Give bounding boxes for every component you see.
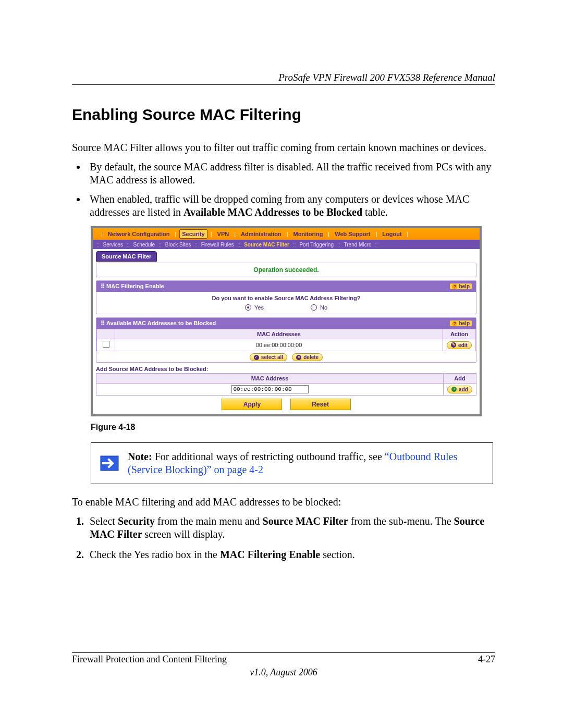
add-section-title: Add Source MAC Address to be Blocked: bbox=[96, 366, 476, 372]
figure-caption: Figure 4-18 bbox=[91, 423, 495, 432]
subnav-firewall-rules[interactable]: Firewall Rules bbox=[199, 242, 236, 248]
note-icon bbox=[91, 443, 128, 484]
panel2-title: ⠿ Available MAC Addresses to be Blocked bbox=[101, 320, 216, 327]
delete-icon: ✕ bbox=[296, 355, 301, 360]
footer-page-number: 4-27 bbox=[478, 654, 495, 665]
after-note-intro: To enable MAC filtering and add MAC addr… bbox=[72, 496, 495, 509]
col-checkbox bbox=[97, 329, 115, 339]
radio-yes[interactable]: Yes bbox=[245, 304, 264, 311]
subnav-schedule[interactable]: Schedule bbox=[131, 242, 157, 248]
row-mac-value: 00:ee:00:00:00:00 bbox=[115, 339, 443, 351]
nav-monitoring[interactable]: Monitoring bbox=[291, 231, 325, 237]
add-mac-table: MAC Address Add + add bbox=[96, 373, 476, 396]
enable-question: Do you want to enable Source MAC Address… bbox=[102, 295, 471, 301]
subnav-trend-micro[interactable]: Trend Micro bbox=[342, 242, 374, 248]
panel1-help[interactable]: help bbox=[450, 283, 472, 289]
bullet-list: By default, the source MAC address filte… bbox=[72, 161, 495, 219]
bullet-1: By default, the source MAC address filte… bbox=[87, 161, 495, 187]
panel-mac-filtering-enable: ⠿ MAC Filtering Enable help Do you want … bbox=[96, 280, 476, 314]
nav-logout[interactable]: Logout bbox=[380, 231, 403, 237]
subnav-port-triggering[interactable]: Port Triggering bbox=[297, 242, 336, 248]
panel-available-mac: ⠿ Available MAC Addresses to be Blocked … bbox=[96, 317, 476, 363]
mac-table: MAC Addresses Action 00:ee:00:00:00:00 ✎… bbox=[96, 329, 476, 351]
subnav-services[interactable]: Services bbox=[101, 242, 125, 248]
radio-yes-icon bbox=[245, 304, 251, 311]
page-footer: Firewall Protection and Content Filterin… bbox=[72, 652, 495, 678]
add-col-mac: MAC Address bbox=[96, 374, 444, 384]
edit-icon: ✎ bbox=[451, 342, 456, 348]
section-title: Enabling Source MAC Filtering bbox=[72, 106, 495, 124]
tab-row: Source MAC Filter bbox=[93, 249, 480, 262]
note-label: Note: bbox=[128, 451, 152, 462]
footer-section: Firewall Protection and Content Filterin… bbox=[72, 654, 227, 665]
nav-administration[interactable]: Administration bbox=[239, 231, 284, 237]
select-all-button[interactable]: ✓ select all bbox=[250, 353, 287, 361]
row-checkbox[interactable] bbox=[103, 341, 109, 348]
nav-web-support[interactable]: Web Support bbox=[333, 231, 372, 237]
bullet-2-bold: Available MAC Addresses to be Blocked bbox=[183, 206, 362, 218]
steps-list: Select Security from the main menu and S… bbox=[72, 515, 495, 561]
mac-address-input[interactable] bbox=[231, 385, 309, 393]
tab-source-mac-filter[interactable]: Source MAC Filter bbox=[96, 251, 157, 262]
col-action: Action bbox=[443, 329, 476, 339]
col-mac-addresses: MAC Addresses bbox=[115, 329, 443, 339]
footer-rule bbox=[72, 652, 495, 653]
select-all-icon: ✓ bbox=[254, 355, 259, 360]
subnav-source-mac-filter[interactable]: Source MAC Filter bbox=[242, 242, 291, 248]
radio-no-label: No bbox=[320, 304, 327, 311]
radio-no-icon bbox=[311, 304, 317, 311]
reset-button[interactable]: Reset bbox=[290, 399, 351, 410]
running-head: ProSafe VPN Firewall 200 FVX538 Referenc… bbox=[72, 72, 495, 83]
step-1: Select Security from the main menu and S… bbox=[87, 515, 495, 541]
add-button[interactable]: + add bbox=[447, 386, 472, 393]
figure-4-18: | Network Configuration | Security | VPN… bbox=[91, 226, 495, 432]
header-rule bbox=[72, 84, 495, 85]
nav-vpn[interactable]: VPN bbox=[215, 231, 231, 237]
add-icon: + bbox=[451, 387, 457, 392]
note-body: For additional ways of restricting outbo… bbox=[152, 451, 385, 462]
table-row: 00:ee:00:00:00:00 ✎ edit bbox=[97, 339, 476, 351]
radio-no[interactable]: No bbox=[311, 304, 327, 311]
step-2: Check the Yes radio box in the MAC Filte… bbox=[87, 548, 495, 561]
nav-network-configuration[interactable]: Network Configuration bbox=[106, 231, 172, 237]
note-box: Note: For additional ways of restricting… bbox=[91, 442, 493, 484]
subnav-block-sites[interactable]: Block Sites bbox=[163, 242, 193, 248]
sub-nav[interactable]: :: Services :: Schedule :: Block Sites :… bbox=[93, 240, 480, 249]
intro-paragraph: Source MAC Filter allows you to filter o… bbox=[72, 141, 495, 154]
router-ui: | Network Configuration | Security | VPN… bbox=[91, 226, 482, 416]
apply-button[interactable]: Apply bbox=[222, 399, 282, 410]
add-col-add: Add bbox=[444, 374, 476, 384]
radio-yes-label: Yes bbox=[254, 304, 264, 311]
panel1-title: ⠿ MAC Filtering Enable bbox=[101, 283, 164, 290]
delete-button[interactable]: ✕ delete bbox=[292, 353, 323, 361]
footer-version: v1.0, August 2006 bbox=[72, 667, 495, 678]
bullet-2-post: table. bbox=[362, 206, 388, 218]
bullet-2: When enabled, traffic will be dropped co… bbox=[87, 193, 495, 219]
edit-button[interactable]: ✎ edit bbox=[447, 341, 472, 349]
status-message: Operation succeeded. bbox=[96, 263, 476, 277]
nav-security[interactable]: Security bbox=[179, 229, 207, 239]
note-text: Note: For additional ways of restricting… bbox=[128, 443, 493, 484]
main-nav[interactable]: | Network Configuration | Security | VPN… bbox=[93, 228, 480, 240]
panel2-help[interactable]: help bbox=[450, 320, 472, 326]
